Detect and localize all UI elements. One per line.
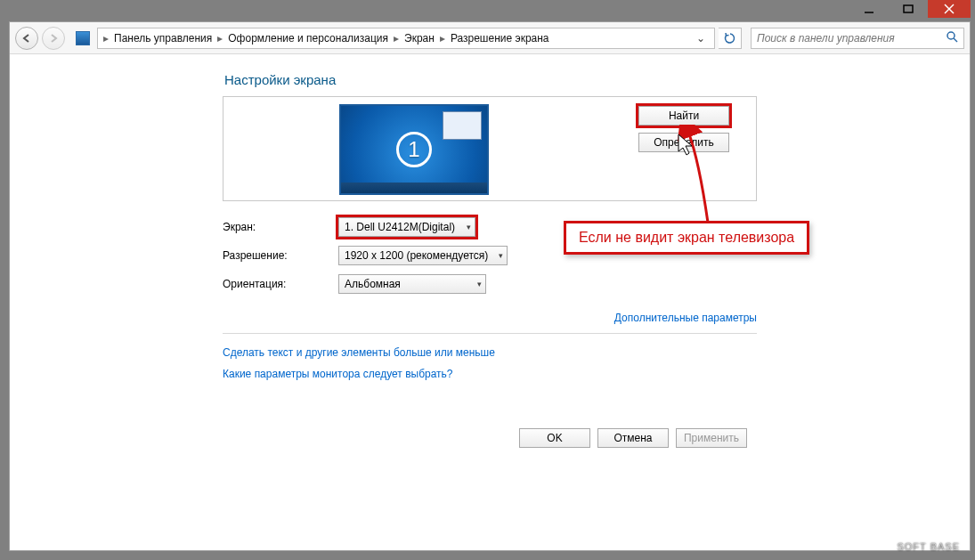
advanced-settings-link[interactable]: Дополнительные параметры: [614, 312, 757, 324]
dialog-buttons: OK Отмена Применить: [519, 428, 747, 448]
close-button[interactable]: [928, 0, 971, 18]
breadcrumb-item[interactable]: Оформление и персонализация: [224, 32, 392, 45]
window-titlebar-controls: [849, 0, 971, 21]
search-box[interactable]: [751, 28, 964, 49]
chevron-right-icon: ▸: [215, 32, 224, 45]
chevron-down-icon: ▾: [467, 223, 471, 231]
screen-label: Экран:: [223, 221, 338, 233]
monitor-preview[interactable]: 1: [339, 104, 489, 195]
annotation-callout: Если не видит экран телевизора: [564, 221, 809, 255]
navigation-bar: ▸ Панель управления ▸ Оформление и персо…: [10, 22, 970, 54]
address-icon: [76, 31, 90, 45]
detect-button[interactable]: Определить: [638, 133, 729, 152]
screen-select-value: 1. Dell U2412M(Digital): [345, 221, 455, 233]
svg-line-5: [954, 38, 957, 42]
cancel-button[interactable]: Отмена: [597, 428, 669, 448]
ok-button[interactable]: OK: [519, 428, 590, 448]
chevron-right-icon: ▸: [392, 32, 401, 45]
forward-button[interactable]: [42, 27, 65, 50]
back-button[interactable]: [15, 27, 38, 50]
chevron-down-icon: ▾: [499, 251, 503, 260]
resolution-select[interactable]: 1920 x 1200 (рекомендуется) ▾: [338, 246, 508, 265]
display-preview-box: 1 Найти Определить: [223, 96, 757, 201]
refresh-button[interactable]: [719, 28, 742, 49]
page-title: Настройки экрана: [224, 72, 757, 87]
resolution-select-value: 1920 x 1200 (рекомендуется): [345, 249, 488, 262]
monitor-number: 1: [396, 132, 432, 167]
mini-taskbar: [341, 183, 487, 193]
watermark: SOFT BASE: [897, 541, 960, 552]
apply-button: Применить: [676, 428, 747, 448]
divider: [223, 333, 757, 334]
chevron-right-icon: ▸: [438, 32, 447, 45]
svg-point-4: [947, 32, 955, 39]
control-panel-window: ▸ Панель управления ▸ Оформление и персо…: [9, 21, 971, 551]
mini-window-icon: [443, 111, 482, 140]
resolution-label: Разрешение:: [223, 249, 338, 262]
minimize-button[interactable]: [849, 0, 889, 18]
chevron-down-icon: ▾: [477, 280, 482, 288]
search-icon: [946, 30, 958, 45]
orientation-label: Ориентация:: [223, 278, 338, 290]
maximize-button[interactable]: [889, 0, 928, 18]
search-input[interactable]: [757, 32, 946, 45]
text-size-link[interactable]: Сделать текст и другие элементы больше и…: [223, 346, 495, 359]
orientation-select[interactable]: Альбомная ▾: [338, 274, 486, 294]
chevron-right-icon: ▸: [102, 32, 110, 45]
screen-select[interactable]: 1. Dell U2412M(Digital) ▾: [338, 217, 475, 237]
chevron-down-icon[interactable]: ⌄: [691, 32, 711, 45]
breadcrumb-item[interactable]: Экран: [401, 32, 438, 45]
find-button[interactable]: Найти: [638, 106, 729, 126]
breadcrumb[interactable]: ▸ Панель управления ▸ Оформление и персо…: [97, 28, 715, 49]
breadcrumb-item[interactable]: Панель управления: [110, 32, 215, 45]
breadcrumb-item[interactable]: Разрешение экрана: [447, 32, 553, 45]
svg-rect-1: [904, 5, 913, 12]
monitor-help-link[interactable]: Какие параметры монитора следует выбрать…: [223, 368, 453, 380]
orientation-select-value: Альбомная: [345, 278, 401, 290]
